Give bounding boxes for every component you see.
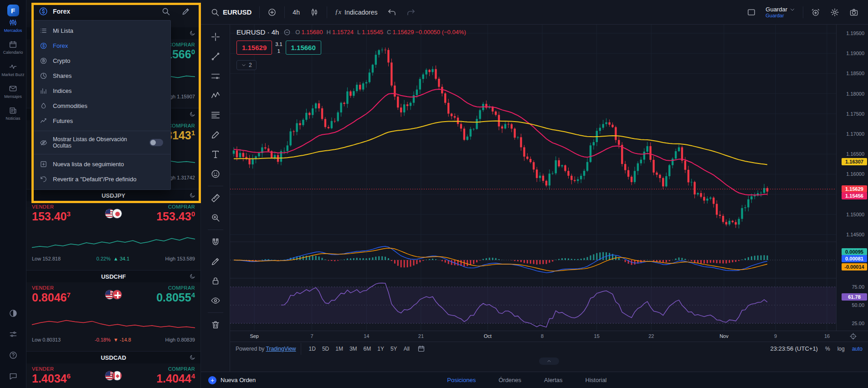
- auto-scale-toggle[interactable]: auto: [852, 346, 863, 352]
- sell-quote-button[interactable]: VENDER153.403: [32, 204, 71, 223]
- day-range-stats: Low 152.8180.22%▲ 34.1High 153.589: [32, 256, 195, 261]
- tab-alertas[interactable]: Alertas: [544, 373, 562, 388]
- watchlist-row-usdchf[interactable]: USDCHFVENDER0.80467COMPRAR0.80554Low 0.8…: [26, 271, 200, 352]
- legend-collapse-icon[interactable]: [283, 29, 291, 36]
- watchlist-search-icon[interactable]: [161, 7, 170, 16]
- measure-tool[interactable]: [208, 190, 223, 206]
- sidebar-item-market-buzz[interactable]: Market Buzz: [0, 62, 25, 77]
- price-scale-label: 1.15000: [846, 212, 864, 217]
- sidebar-help-button[interactable]: [9, 351, 18, 360]
- price-scale[interactable]: 1.195001.190001.185001.180001.175001.170…: [836, 25, 868, 331]
- chart-style-button[interactable]: [306, 5, 323, 20]
- menu-item-label: Indices: [53, 87, 72, 94]
- scroll-to-realtime-icon[interactable]: [849, 332, 857, 340]
- tab-órdenes[interactable]: Órdenes: [498, 373, 521, 388]
- emoji-tool[interactable]: [208, 166, 223, 182]
- zoom-tool[interactable]: [208, 210, 223, 225]
- hide-drawings-tool[interactable]: [208, 293, 223, 308]
- sidebar-item-mensajes[interactable]: Mensajes: [0, 84, 25, 99]
- log-scale-toggle[interactable]: log: [837, 346, 845, 352]
- range-button-6m[interactable]: 6M: [360, 345, 375, 353]
- rsi-scale-label: 50.00: [852, 302, 864, 308]
- sell-quote-button[interactable]: VENDER0.80467: [32, 285, 71, 304]
- save-layout-button[interactable]: Guardar Guardar: [762, 5, 799, 19]
- price-scale-label: 1.17000: [846, 131, 864, 137]
- range-button-1y[interactable]: 1Y: [374, 345, 387, 353]
- menu-item-forex[interactable]: Forex: [32, 38, 170, 53]
- time-scale[interactable]: Sep71421Oct81522Nov916: [230, 331, 868, 342]
- create-alert-button[interactable]: [807, 5, 824, 20]
- sidebar-support-chat-button[interactable]: [9, 372, 18, 381]
- range-button-5d[interactable]: 5D: [319, 345, 332, 353]
- watchlist-category-selector[interactable]: Forex: [53, 8, 150, 15]
- new-order-button[interactable]: Nueva Orden: [208, 376, 256, 384]
- sell-quote-button[interactable]: VENDER1.40346: [32, 366, 71, 385]
- horizontal-line-tool[interactable]: [208, 68, 223, 84]
- buy-quote-button[interactable]: COMPRAR0.80554: [156, 285, 195, 304]
- menu-item-mi-lista[interactable]: Mi Lista: [32, 23, 170, 38]
- menu-item-futures[interactable]: Futures: [32, 113, 170, 128]
- sidebar-item-noticias[interactable]: Noticias: [0, 106, 25, 121]
- draw-tool[interactable]: [208, 254, 223, 269]
- sidebar-item-calendario[interactable]: Calendario: [0, 40, 25, 55]
- undo-button[interactable]: [383, 5, 401, 20]
- watchlist-row-usdcad[interactable]: USDCADVENDER1.40346COMPRAR1.40444: [26, 352, 200, 388]
- menu-item-indices[interactable]: Indices: [32, 83, 170, 98]
- tab-posiciones[interactable]: Posiciones: [447, 373, 476, 388]
- layout-button[interactable]: [743, 5, 760, 20]
- menu-item-crypto[interactable]: Crypto: [32, 53, 170, 68]
- range-button-3m[interactable]: 3M: [346, 345, 360, 353]
- range-button-all[interactable]: All: [401, 345, 413, 353]
- plus-square-icon: [40, 160, 47, 168]
- go-to-date-icon[interactable]: [417, 345, 425, 352]
- pattern-tool[interactable]: [208, 88, 223, 103]
- watchlist-row-usdjpy[interactable]: USDJPYVENDER153.403COMPRAR153.430Low 152…: [26, 189, 200, 271]
- show-hidden-watchlists-row[interactable]: Mostrar Listas de Observación Ocultas: [32, 133, 170, 152]
- crosshair-tool[interactable]: [208, 29, 223, 45]
- buy-quote-button[interactable]: COMPRAR1.40444: [156, 366, 195, 385]
- menu-action-plus-square[interactable]: Nueva lista de seguimiento: [32, 157, 170, 172]
- buy-button[interactable]: 1.15660: [286, 41, 321, 55]
- expand-trade-panel-button[interactable]: [539, 357, 559, 365]
- menu-item-label: Crypto: [53, 57, 70, 64]
- rsi-scale-label: 75.00: [852, 284, 864, 290]
- sidebar-theme-toggle-button[interactable]: [9, 309, 18, 318]
- symbol-search-button[interactable]: EURUSD: [206, 5, 256, 20]
- candles-icon: [310, 8, 319, 17]
- text-tool[interactable]: [208, 147, 223, 162]
- indicators-button[interactable]: ƒx Indicadores: [331, 5, 382, 19]
- fibonacci-tool[interactable]: [208, 107, 223, 123]
- redo-button[interactable]: [402, 5, 420, 20]
- compare-symbol-button[interactable]: [263, 5, 281, 20]
- menu-item-commodities[interactable]: Commodities: [32, 98, 170, 113]
- change-percent: 0.22%: [96, 256, 110, 261]
- menu-action-revert[interactable]: Revertir a "Default"/Pre definido: [32, 172, 170, 187]
- brush-tool[interactable]: [208, 127, 223, 143]
- trend-line-tool[interactable]: [208, 49, 223, 64]
- interval-button[interactable]: 4h: [288, 5, 304, 19]
- watchlist-edit-icon[interactable]: [181, 7, 190, 16]
- range-button-1d[interactable]: 1D: [306, 345, 319, 353]
- sidebar-display-settings-button[interactable]: [9, 330, 18, 339]
- tradingview-link[interactable]: TradingView: [266, 346, 296, 352]
- range-button-1m[interactable]: 1M: [332, 345, 346, 353]
- remove-drawings-tool[interactable]: [208, 317, 223, 332]
- chart-settings-button[interactable]: [826, 5, 843, 20]
- snapshot-button[interactable]: [845, 5, 863, 20]
- percent-scale-toggle[interactable]: %: [825, 346, 830, 352]
- show-hidden-watchlists-toggle[interactable]: [149, 139, 163, 146]
- tab-historial[interactable]: Historial: [586, 373, 607, 388]
- indicators-collapse-chip[interactable]: 2: [236, 60, 257, 70]
- magnet-tool[interactable]: [208, 234, 223, 250]
- chart-symbol-title[interactable]: EURUSD · 4h: [236, 28, 279, 36]
- currency-pair-flags: [105, 290, 122, 300]
- buy-quote-button[interactable]: COMPRAR153.430: [156, 204, 195, 223]
- app-logo[interactable]: F: [7, 5, 19, 16]
- sell-button[interactable]: 1.15629: [236, 41, 272, 55]
- sidebar-item-mercados[interactable]: Mercados: [0, 18, 25, 33]
- lock-drawings-tool[interactable]: [208, 273, 223, 289]
- clock[interactable]: 23:23:56 (UTC+1): [770, 345, 818, 352]
- menu-item-shares[interactable]: Shares: [32, 68, 170, 83]
- price-chart-canvas[interactable]: [230, 25, 836, 331]
- range-button-5y[interactable]: 5Y: [387, 345, 401, 353]
